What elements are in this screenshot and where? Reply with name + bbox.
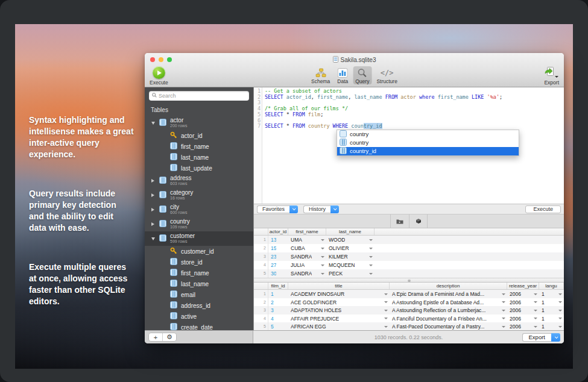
table-cell[interactable]: MCQUEEN [326, 262, 375, 268]
table-cell[interactable]: 15 [268, 245, 288, 251]
cell-dropdown-icon[interactable] [321, 239, 324, 241]
table-cell[interactable]: 27 [268, 262, 288, 268]
cell-dropdown-icon[interactable] [502, 301, 505, 303]
autocomplete-item-country_id[interactable]: country_id [337, 147, 519, 155]
table-cell[interactable]: 5 [268, 324, 288, 330]
cell-dropdown-icon[interactable] [534, 326, 537, 328]
cell-dropdown-icon[interactable] [321, 273, 324, 275]
films-table-row[interactable]: 11ACADEMY DINOSAURA Epic Drama of a Femi… [254, 290, 564, 298]
table-cell[interactable]: 1 [539, 291, 564, 297]
table-cell[interactable]: A Fast-Paced Documentary of a Pastry... [390, 324, 507, 330]
table-cell[interactable]: 1 [539, 324, 564, 330]
sidebar-search[interactable] [149, 91, 249, 101]
table-cell[interactable]: KILMER [326, 254, 375, 260]
table-cell[interactable]: AFRICAN EGG [288, 324, 390, 330]
column-header-title[interactable]: title [288, 283, 390, 289]
films-table-row[interactable]: 33ADAPTATION HOLESA Astounding Reflectio… [254, 306, 564, 315]
column-header-description[interactable]: description [390, 283, 507, 289]
cell-dropdown-icon[interactable] [384, 293, 388, 295]
table-cell[interactable]: 2006 [507, 299, 539, 305]
sidebar-table-category[interactable]: category16 rows [145, 188, 253, 202]
table-cell[interactable]: 1 [539, 316, 564, 322]
table-cell[interactable]: 1 [268, 291, 288, 297]
disclosure-closed-icon[interactable] [151, 179, 154, 183]
table-cell[interactable]: JULIA [288, 262, 326, 268]
films-table-row[interactable]: 22ACE GOLDFINGERA Astounding Epistle of … [254, 298, 564, 307]
cell-dropdown-icon[interactable] [502, 310, 505, 312]
cell-dropdown-icon[interactable] [534, 301, 537, 303]
results-splitter[interactable] [254, 278, 564, 283]
execute-toolbar-button[interactable]: Execute [150, 66, 168, 86]
sidebar-column-actor_id[interactable]: actor_id [145, 130, 253, 141]
copy-results-button[interactable] [409, 218, 427, 224]
cell-dropdown-icon[interactable] [384, 301, 388, 303]
disclosure-closed-icon[interactable] [151, 193, 154, 197]
disclosure-closed-icon[interactable] [151, 208, 154, 211]
table-cell[interactable]: A Fanciful Documentary of a Frisbee An..… [390, 316, 507, 322]
open-folder-button[interactable] [391, 219, 409, 224]
table-cell[interactable]: ACADEMY DINOSAUR [288, 291, 390, 297]
sidebar-column-last_name[interactable]: last_name [145, 278, 253, 289]
cell-dropdown-icon[interactable] [369, 248, 373, 249]
column-header-langu[interactable]: langu [539, 283, 564, 289]
table-cell[interactable]: 2 [268, 299, 288, 305]
cell-dropdown-icon[interactable] [558, 326, 562, 328]
favorites-dropdown[interactable] [289, 205, 298, 213]
sidebar-column-first_name[interactable]: first_name [145, 268, 253, 278]
search-input[interactable] [159, 93, 246, 99]
cell-dropdown-icon[interactable] [384, 326, 388, 328]
actors-table-row[interactable]: 113UMAWOOD [254, 236, 564, 244]
cell-dropdown-icon[interactable] [502, 318, 505, 319]
cell-dropdown-icon[interactable] [558, 301, 562, 303]
column-header-last_name[interactable]: last_name [326, 228, 375, 235]
cell-dropdown-icon[interactable] [534, 310, 537, 312]
actors-table-row[interactable]: 530SANDRAPECK [254, 269, 564, 278]
disclosure-open-icon[interactable] [151, 122, 155, 125]
table-cell[interactable]: 1 [539, 299, 564, 305]
table-cell[interactable]: AFFAIR PREJUDICE [288, 316, 390, 322]
cell-dropdown-icon[interactable] [502, 293, 505, 295]
sidebar-column-email[interactable]: email [145, 289, 253, 300]
sidebar-column-address_id[interactable]: address_id [145, 300, 253, 311]
table-cell[interactable]: 23 [268, 254, 288, 260]
favorites-button[interactable]: Favorites [257, 205, 298, 213]
settings-button[interactable]: ⚙ [163, 333, 176, 341]
sidebar-column-create_date[interactable]: create_date [145, 322, 253, 330]
table-cell[interactable]: ACE GOLDFINGER [288, 299, 390, 305]
actors-table-row[interactable]: 323SANDRAKILMER [254, 252, 564, 261]
cell-dropdown-icon[interactable] [369, 265, 373, 266]
table-cell[interactable]: 2006 [507, 307, 539, 313]
tab-structure[interactable]: </>Structure [374, 66, 400, 84]
cell-dropdown-icon[interactable] [321, 265, 324, 266]
table-cell[interactable]: ADAPTATION HOLES [288, 307, 390, 313]
tab-data[interactable]: Data [335, 66, 350, 84]
column-header-first_name[interactable]: first_name [288, 228, 326, 235]
table-cell[interactable]: SANDRA [288, 254, 326, 260]
add-button[interactable]: + [149, 333, 162, 341]
cell-dropdown-icon[interactable] [502, 326, 505, 328]
cell-dropdown-icon[interactable] [321, 256, 324, 258]
history-dropdown[interactable] [330, 205, 339, 213]
cell-dropdown-icon[interactable] [369, 256, 373, 258]
actors-table-row[interactable]: 215CUBAOLIVIER [254, 244, 564, 252]
sidebar-column-store_id[interactable]: store_id [145, 257, 253, 268]
sidebar-column-last_name[interactable]: last_name [145, 152, 253, 163]
table-cell[interactable]: 2006 [507, 324, 539, 330]
table-cell[interactable]: 1 [539, 307, 564, 313]
column-header-actor_id[interactable]: actor_id [268, 228, 288, 235]
table-cell[interactable]: 13 [268, 237, 288, 243]
column-header-release_year[interactable]: release_year [507, 283, 539, 289]
table-cell[interactable]: 3 [268, 307, 288, 313]
table-cell[interactable]: UMA [288, 237, 326, 243]
table-cell[interactable]: SANDRA [288, 271, 326, 277]
cell-dropdown-icon[interactable] [384, 318, 388, 319]
table-cell[interactable]: 2006 [507, 316, 539, 322]
history-button[interactable]: History [303, 205, 339, 213]
films-table-row[interactable]: 55AFRICAN EGGA Fast-Paced Documentary of… [254, 322, 564, 331]
table-cell[interactable]: A Epic Drama of a Feminist And a Mad... [390, 291, 507, 297]
table-cell[interactable]: OLIVIER [326, 245, 375, 251]
cell-dropdown-icon[interactable] [534, 293, 537, 295]
execute-query-button[interactable]: Execute [525, 205, 561, 213]
table-cell[interactable]: PECK [326, 271, 375, 277]
cell-dropdown-icon[interactable] [534, 318, 537, 319]
